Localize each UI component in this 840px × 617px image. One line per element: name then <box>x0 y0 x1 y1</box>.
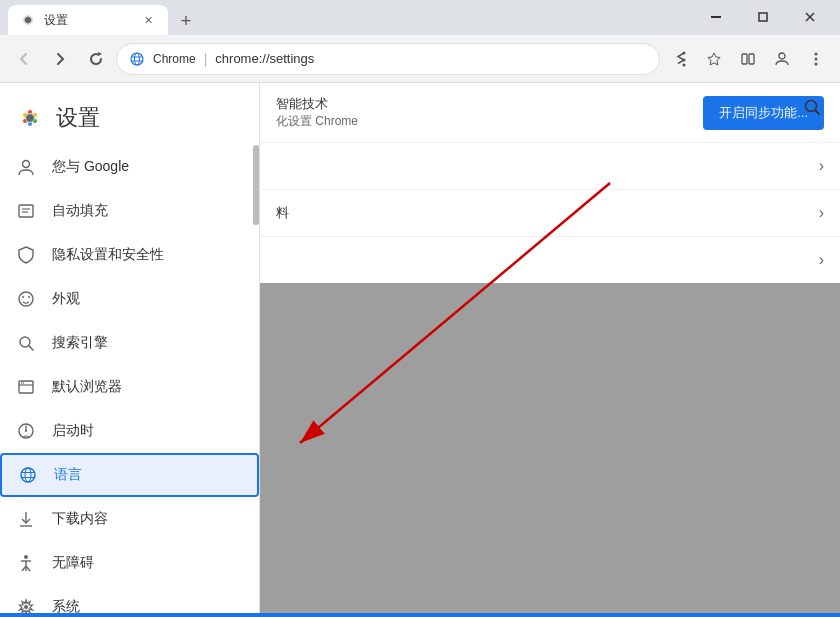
svg-point-49 <box>25 468 31 482</box>
svg-point-37 <box>22 296 24 298</box>
sidebar-item-download-label: 下载内容 <box>52 510 108 528</box>
sidebar-header: 设置 <box>0 83 259 145</box>
sync-description: 智能技术 化设置 Chrome <box>276 95 358 130</box>
svg-point-8 <box>135 53 140 65</box>
svg-point-44 <box>23 382 25 384</box>
svg-rect-3 <box>759 13 767 21</box>
download-icon <box>16 509 36 529</box>
sidebar-item-language[interactable]: 语言 <box>0 453 259 497</box>
sidebar-item-startup-label: 启动时 <box>52 422 94 440</box>
sidebar-item-search[interactable]: 搜索引擎 <box>0 321 259 365</box>
svg-point-11 <box>683 51 686 54</box>
menu-button[interactable] <box>800 43 832 75</box>
tab-area: 设置 ✕ + <box>8 5 693 35</box>
maximize-button[interactable] <box>740 3 785 31</box>
share-button[interactable] <box>664 43 696 75</box>
svg-marker-15 <box>708 53 720 65</box>
autofill-icon <box>16 201 36 221</box>
sync-text-line1: 智能技术 <box>276 95 358 113</box>
content-row-1[interactable]: › <box>260 142 840 189</box>
address-security-icon <box>129 51 145 67</box>
scrollbar-thumb[interactable] <box>253 145 259 225</box>
taskbar-indicator <box>0 613 840 617</box>
settings-favicon <box>20 12 36 28</box>
startup-icon <box>16 421 36 441</box>
sidebar-item-accessibility[interactable]: 无障碍 <box>0 541 259 585</box>
content-search-button[interactable] <box>796 91 828 123</box>
svg-point-12 <box>683 58 686 61</box>
svg-rect-33 <box>19 205 33 217</box>
svg-point-38 <box>28 296 30 298</box>
forward-button[interactable] <box>44 43 76 75</box>
sidebar-item-google-label: 您与 Google <box>52 158 129 176</box>
search-engine-icon <box>16 333 36 353</box>
accessibility-icon <box>16 553 36 573</box>
sidebar-item-browser-label: 默认浏览器 <box>52 378 122 396</box>
main-container: 设置 您与 Google 自动填充 <box>0 83 840 617</box>
svg-rect-16 <box>742 54 747 64</box>
sidebar-item-appearance[interactable]: 外观 <box>0 277 259 321</box>
tab-title: 设置 <box>44 12 132 29</box>
svg-point-32 <box>23 161 30 168</box>
titlebar: 设置 ✕ + <box>0 0 840 35</box>
sidebar-nav: 您与 Google 自动填充 隐私设置和安全性 <box>0 145 259 617</box>
sidebar-item-startup[interactable]: 启动时 <box>0 409 259 453</box>
privacy-icon <box>16 245 36 265</box>
appearance-icon <box>16 289 36 309</box>
sidebar-item-privacy[interactable]: 隐私设置和安全性 <box>0 233 259 277</box>
svg-point-47 <box>25 430 27 432</box>
sidebar-item-google[interactable]: 您与 Google <box>0 145 259 189</box>
sidebar-item-browser[interactable]: 默认浏览器 <box>0 365 259 409</box>
content-row-2-label: 料 <box>276 204 289 222</box>
chevron-right-3: › <box>819 251 824 269</box>
svg-line-40 <box>29 346 33 350</box>
address-bar[interactable]: Chrome | chrome://settings <box>116 43 660 75</box>
sidebar-item-download[interactable]: 下载内容 <box>0 497 259 541</box>
svg-point-21 <box>815 62 818 65</box>
svg-point-1 <box>26 18 31 23</box>
chevron-right-1: › <box>819 157 824 175</box>
content-area: 智能技术 化设置 Chrome 开启同步功能... › 料 › › <box>260 83 840 617</box>
svg-point-54 <box>24 555 28 559</box>
svg-line-61 <box>816 111 820 115</box>
minimize-button[interactable] <box>693 3 738 31</box>
svg-point-36 <box>19 292 33 306</box>
settings-logo <box>16 104 44 132</box>
svg-point-43 <box>21 382 23 384</box>
chevron-right-2: › <box>819 204 824 222</box>
profile-button[interactable] <box>766 43 798 75</box>
svg-point-48 <box>21 468 35 482</box>
sidebar-item-accessibility-label: 无障碍 <box>52 554 94 572</box>
sidebar: 设置 您与 Google 自动填充 <box>0 83 260 617</box>
address-url: chrome://settings <box>215 51 647 66</box>
language-icon <box>18 465 38 485</box>
back-button[interactable] <box>8 43 40 75</box>
svg-point-59 <box>24 605 28 609</box>
settings-tab[interactable]: 设置 ✕ <box>8 5 168 35</box>
tab-close-button[interactable]: ✕ <box>140 12 156 28</box>
toolbar: Chrome | chrome://settings <box>0 35 840 83</box>
sync-text-line2: 化设置 Chrome <box>276 113 358 130</box>
svg-point-60 <box>806 101 817 112</box>
browser-icon <box>16 377 36 397</box>
svg-point-20 <box>815 57 818 60</box>
toolbar-actions <box>664 43 832 75</box>
svg-point-31 <box>27 115 33 121</box>
sidebar-item-autofill-label: 自动填充 <box>52 202 108 220</box>
svg-rect-17 <box>749 54 754 64</box>
sidebar-title: 设置 <box>56 103 100 133</box>
content-row-2[interactable]: 料 › <box>260 189 840 236</box>
svg-marker-6 <box>98 52 102 56</box>
sidebar-item-language-label: 语言 <box>54 466 82 484</box>
close-button[interactable] <box>787 3 832 31</box>
sidebar-item-search-label: 搜索引擎 <box>52 334 108 352</box>
reader-mode-button[interactable] <box>732 43 764 75</box>
svg-point-19 <box>815 52 818 55</box>
reload-button[interactable] <box>80 43 112 75</box>
sidebar-item-autofill[interactable]: 自动填充 <box>0 189 259 233</box>
content-row-3[interactable]: › <box>260 236 840 283</box>
svg-rect-2 <box>711 16 721 18</box>
bookmark-button[interactable] <box>698 43 730 75</box>
sync-section: 智能技术 化设置 Chrome 开启同步功能... › 料 › › <box>260 83 840 283</box>
new-tab-button[interactable]: + <box>172 7 200 35</box>
